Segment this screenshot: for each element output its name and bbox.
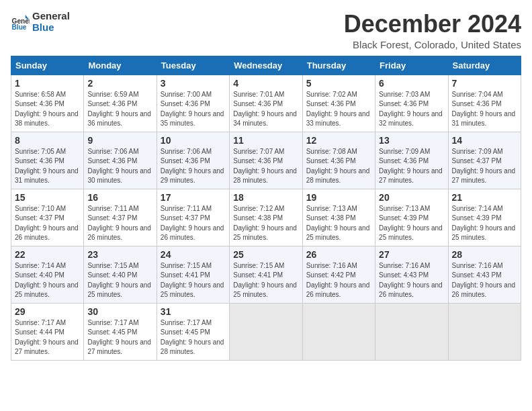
table-row: 11Sunrise: 7:07 AMSunset: 4:36 PMDayligh…	[230, 132, 302, 189]
day-number: 23	[87, 249, 152, 260]
svg-text:Blue: Blue	[12, 23, 27, 30]
table-row: 19Sunrise: 7:13 AMSunset: 4:38 PMDayligh…	[302, 189, 375, 246]
day-info: Sunrise: 7:06 AMSunset: 4:36 PMDaylight:…	[87, 148, 151, 185]
day-number: 19	[306, 192, 371, 203]
header: General Blue General Blue December 2024 …	[11, 11, 521, 50]
table-row: 31Sunrise: 7:17 AMSunset: 4:45 PMDayligh…	[157, 303, 229, 360]
day-info: Sunrise: 7:15 AMSunset: 4:41 PMDaylight:…	[233, 262, 297, 299]
logo: General Blue General Blue	[11, 11, 70, 33]
day-number: 25	[233, 249, 298, 260]
day-number: 9	[87, 135, 152, 146]
day-info: Sunrise: 7:06 AMSunset: 4:36 PMDaylight:…	[161, 148, 224, 185]
col-wednesday: Wednesday	[230, 56, 302, 75]
day-info: Sunrise: 7:17 AMSunset: 4:45 PMDaylight:…	[161, 319, 224, 356]
col-saturday: Saturday	[448, 56, 521, 75]
calendar-table: Sunday Monday Tuesday Wednesday Thursday…	[11, 56, 521, 361]
table-row: 29Sunrise: 7:17 AMSunset: 4:44 PMDayligh…	[11, 303, 84, 360]
day-number: 29	[15, 306, 80, 317]
title-area: December 2024 Black Forest, Colorado, Un…	[344, 11, 521, 50]
day-info: Sunrise: 7:16 AMSunset: 4:42 PMDaylight:…	[306, 262, 370, 299]
col-tuesday: Tuesday	[157, 56, 229, 75]
day-number: 28	[452, 249, 517, 260]
table-row: 28Sunrise: 7:16 AMSunset: 4:43 PMDayligh…	[448, 246, 521, 303]
table-row: 24Sunrise: 7:15 AMSunset: 4:41 PMDayligh…	[157, 246, 229, 303]
day-number: 2	[87, 78, 152, 89]
day-info: Sunrise: 7:11 AMSunset: 4:37 PMDaylight:…	[87, 205, 151, 242]
day-info: Sunrise: 7:16 AMSunset: 4:43 PMDaylight:…	[452, 262, 516, 299]
calendar-row: 1Sunrise: 6:58 AMSunset: 4:36 PMDaylight…	[11, 75, 521, 132]
day-info: Sunrise: 7:17 AMSunset: 4:44 PMDaylight:…	[15, 319, 79, 356]
table-row: 8Sunrise: 7:05 AMSunset: 4:36 PMDaylight…	[11, 132, 84, 189]
table-row: 4Sunrise: 7:01 AMSunset: 4:36 PMDaylight…	[230, 75, 302, 132]
day-number: 4	[233, 78, 298, 89]
col-monday: Monday	[84, 56, 157, 75]
day-number: 7	[452, 78, 517, 89]
day-number: 26	[306, 249, 371, 260]
table-row: 10Sunrise: 7:06 AMSunset: 4:36 PMDayligh…	[157, 132, 229, 189]
calendar-header-row: Sunday Monday Tuesday Wednesday Thursday…	[11, 56, 521, 75]
table-row	[230, 303, 302, 360]
day-number: 5	[306, 78, 371, 89]
day-number: 13	[379, 135, 444, 146]
day-info: Sunrise: 7:05 AMSunset: 4:36 PMDaylight:…	[15, 148, 79, 185]
day-info: Sunrise: 7:07 AMSunset: 4:36 PMDaylight:…	[233, 148, 297, 185]
day-info: Sunrise: 7:13 AMSunset: 4:39 PMDaylight:…	[379, 205, 443, 242]
day-info: Sunrise: 7:09 AMSunset: 4:37 PMDaylight:…	[452, 148, 516, 185]
month-title: December 2024	[344, 11, 521, 38]
day-number: 14	[452, 135, 517, 146]
day-number: 21	[452, 192, 517, 203]
table-row: 20Sunrise: 7:13 AMSunset: 4:39 PMDayligh…	[375, 189, 448, 246]
table-row: 14Sunrise: 7:09 AMSunset: 4:37 PMDayligh…	[448, 132, 521, 189]
day-number: 30	[87, 306, 152, 317]
table-row: 13Sunrise: 7:09 AMSunset: 4:36 PMDayligh…	[375, 132, 448, 189]
col-thursday: Thursday	[302, 56, 375, 75]
day-number: 24	[161, 249, 226, 260]
day-info: Sunrise: 7:02 AMSunset: 4:36 PMDaylight:…	[306, 91, 370, 128]
day-number: 15	[15, 192, 80, 203]
table-row: 26Sunrise: 7:16 AMSunset: 4:42 PMDayligh…	[302, 246, 375, 303]
day-info: Sunrise: 7:11 AMSunset: 4:37 PMDaylight:…	[161, 205, 224, 242]
day-number: 11	[233, 135, 298, 146]
day-number: 27	[379, 249, 444, 260]
table-row: 6Sunrise: 7:03 AMSunset: 4:36 PMDaylight…	[375, 75, 448, 132]
table-row: 3Sunrise: 7:00 AMSunset: 4:36 PMDaylight…	[157, 75, 229, 132]
table-row: 18Sunrise: 7:12 AMSunset: 4:38 PMDayligh…	[230, 189, 302, 246]
day-number: 18	[233, 192, 298, 203]
table-row: 21Sunrise: 7:14 AMSunset: 4:39 PMDayligh…	[448, 189, 521, 246]
table-row: 22Sunrise: 7:14 AMSunset: 4:40 PMDayligh…	[11, 246, 84, 303]
day-info: Sunrise: 7:17 AMSunset: 4:45 PMDaylight:…	[87, 319, 151, 356]
day-info: Sunrise: 7:01 AMSunset: 4:36 PMDaylight:…	[233, 91, 297, 128]
day-number: 17	[161, 192, 226, 203]
day-info: Sunrise: 7:15 AMSunset: 4:41 PMDaylight:…	[161, 262, 224, 299]
day-info: Sunrise: 7:14 AMSunset: 4:39 PMDaylight:…	[452, 205, 516, 242]
calendar-row: 8Sunrise: 7:05 AMSunset: 4:36 PMDaylight…	[11, 132, 521, 189]
day-info: Sunrise: 7:15 AMSunset: 4:40 PMDaylight:…	[87, 262, 151, 299]
day-number: 20	[379, 192, 444, 203]
day-info: Sunrise: 7:12 AMSunset: 4:38 PMDaylight:…	[233, 205, 297, 242]
table-row: 16Sunrise: 7:11 AMSunset: 4:37 PMDayligh…	[84, 189, 157, 246]
table-row	[302, 303, 375, 360]
table-row: 23Sunrise: 7:15 AMSunset: 4:40 PMDayligh…	[84, 246, 157, 303]
day-number: 8	[15, 135, 80, 146]
table-row	[375, 303, 448, 360]
day-number: 3	[161, 78, 226, 89]
table-row: 9Sunrise: 7:06 AMSunset: 4:36 PMDaylight…	[84, 132, 157, 189]
day-number: 12	[306, 135, 371, 146]
day-info: Sunrise: 7:10 AMSunset: 4:37 PMDaylight:…	[15, 205, 79, 242]
day-number: 10	[161, 135, 226, 146]
location-title: Black Forest, Colorado, United States	[344, 39, 521, 50]
table-row: 2Sunrise: 6:59 AMSunset: 4:36 PMDaylight…	[84, 75, 157, 132]
table-row: 30Sunrise: 7:17 AMSunset: 4:45 PMDayligh…	[84, 303, 157, 360]
calendar-row: 15Sunrise: 7:10 AMSunset: 4:37 PMDayligh…	[11, 189, 521, 246]
table-row: 1Sunrise: 6:58 AMSunset: 4:36 PMDaylight…	[11, 75, 84, 132]
table-row	[448, 303, 521, 360]
day-info: Sunrise: 7:09 AMSunset: 4:36 PMDaylight:…	[379, 148, 443, 185]
table-row: 7Sunrise: 7:04 AMSunset: 4:36 PMDaylight…	[448, 75, 521, 132]
table-row: 5Sunrise: 7:02 AMSunset: 4:36 PMDaylight…	[302, 75, 375, 132]
day-info: Sunrise: 6:58 AMSunset: 4:36 PMDaylight:…	[15, 91, 79, 128]
logo-text-general: General	[32, 11, 70, 22]
day-number: 6	[379, 78, 444, 89]
calendar-row: 29Sunrise: 7:17 AMSunset: 4:44 PMDayligh…	[11, 303, 521, 360]
table-row: 15Sunrise: 7:10 AMSunset: 4:37 PMDayligh…	[11, 189, 84, 246]
generalblue-logo-icon: General Blue	[11, 13, 30, 32]
